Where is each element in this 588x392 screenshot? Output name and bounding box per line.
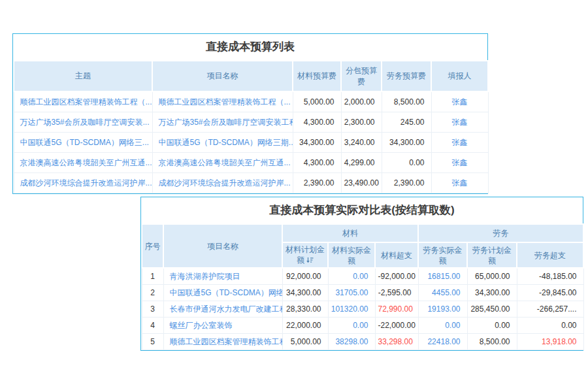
table-row: 成都沙河环境综合提升改造运河护岸... 成都沙河环境综合提升改造运河护岸... …: [14, 173, 488, 193]
budget-actual-compare-card: 直接成本预算实际对比表(按结算取数) 序号 项目名称 材料 劳务 材料计划金额 …: [140, 197, 583, 351]
project-link[interactable]: 长春市伊通河水力发电厂改建工程: [163, 301, 282, 318]
project-link[interactable]: 青海洪湖养护院项目: [163, 268, 282, 285]
group-labor-header: 劳务: [418, 224, 583, 242]
material-plan-value: 28,330.00: [282, 301, 328, 318]
material-budget-value: 34,300.00: [293, 133, 341, 153]
labor-actual-value[interactable]: 16815.00: [418, 268, 467, 285]
material-over-value: -22,000.00: [375, 318, 418, 334]
table-row: 2 中国联通5G（TD-SCDMA）网络三 34,300.00 31705.00…: [142, 285, 583, 301]
project-link[interactable]: 万达广场35#会所及咖啡厅空调安装工程: [152, 112, 293, 133]
material-over-value: 33,298.00: [375, 334, 418, 350]
material-over-value: 72,990.00: [375, 301, 418, 318]
project-link[interactable]: 顺德工业园区档案管理精装饰工程: [163, 334, 282, 350]
subject-link[interactable]: 中国联通5G（TD-SCDMA）网络三...: [14, 133, 152, 153]
col-project-header: 项目名称: [152, 61, 293, 91]
labor-over-value: -29,845.00: [517, 285, 583, 301]
labor-actual-value[interactable]: 22418.00: [418, 334, 467, 350]
budget-list-header-row: 主题 项目名称 材料预算费 分包预算费 劳务预算费 填报人: [14, 61, 488, 91]
table-row: 顺德工业园区档案管理精装饰工程（... 顺德工业园区档案管理精装饰工程（... …: [14, 91, 488, 112]
labor-plan-value: 0.00: [467, 318, 517, 334]
budget-list-card: 直接成本预算列表 主题 项目名称 材料预算费 分包预算费 劳务预算费 填报人 顺…: [12, 33, 488, 194]
reporter-link[interactable]: 张鑫: [431, 173, 488, 193]
project-link[interactable]: 螺丝厂办公室装饰: [163, 318, 282, 334]
col-seq-header: 序号: [142, 224, 163, 268]
project-link[interactable]: 京港澳高速公路粤境韶关至广州互通...: [152, 153, 293, 173]
reporter-link[interactable]: 张鑫: [431, 91, 488, 112]
subject-link[interactable]: 成都沙河环境综合提升改造运河护岸...: [14, 173, 152, 193]
material-over-value: -2,595.00: [375, 285, 418, 301]
labor-plan-value: 8,500.00: [467, 334, 517, 350]
col-material-plan-label: 材料计划金额: [286, 245, 325, 265]
project-link[interactable]: 中国联通5G（TD-SCDMA）网络三期...: [152, 133, 293, 153]
col-material-actual-header: 材料实际金额: [328, 242, 375, 268]
reporter-link[interactable]: 张鑫: [431, 153, 488, 173]
col-labor-actual-header: 劳务实际金额: [418, 242, 467, 268]
labor-budget-value: 2,390.00: [382, 173, 431, 193]
subject-link[interactable]: 顺德工业园区档案管理精装饰工程（...: [14, 91, 152, 112]
material-actual-value[interactable]: 0.00: [328, 318, 375, 334]
material-budget-value: 4,300.00: [293, 112, 341, 133]
labor-budget-value: 8,500.00: [382, 91, 431, 112]
subject-link[interactable]: 京港澳高速公路粤境韶关至广州互通...: [14, 153, 152, 173]
sort-icon[interactable]: [306, 255, 314, 266]
col-reporter-header: 填报人: [431, 61, 488, 91]
table-row: 中国联通5G（TD-SCDMA）网络三... 中国联通5G（TD-SCDMA）网…: [14, 133, 488, 153]
labor-plan-value: 65,000.00: [467, 268, 517, 285]
labor-budget-value: 245.00: [382, 112, 431, 133]
budget-list-table: 主题 项目名称 材料预算费 分包预算费 劳务预算费 填报人 顺德工业园区档案管理…: [13, 60, 489, 193]
labor-plan-value: 34,300.00: [467, 285, 517, 301]
col-material-over-header: 材料超支: [375, 242, 418, 268]
seq-value: 5: [142, 334, 163, 350]
group-header-row: 序号 项目名称 材料 劳务: [142, 224, 583, 242]
subject-link[interactable]: 万达广场35#会所及咖啡厅空调安装...: [14, 112, 152, 133]
seq-value: 2: [142, 285, 163, 301]
reporter-link[interactable]: 张鑫: [431, 112, 488, 133]
col-material-budget-header: 材料预算费: [293, 61, 341, 91]
material-actual-value[interactable]: 0.00: [328, 268, 375, 285]
group-material-header: 材料: [282, 224, 418, 242]
table-row: 京港澳高速公路粤境韶关至广州互通... 京港澳高速公路粤境韶关至广州互通... …: [14, 153, 488, 173]
material-actual-value[interactable]: 31705.00: [328, 285, 375, 301]
labor-actual-value[interactable]: 0.00: [418, 318, 467, 334]
subcontract-budget-value: 4,299.00: [341, 153, 382, 173]
budget-actual-compare-title: 直接成本预算实际对比表(按结算取数): [141, 197, 583, 223]
table-row: 4 螺丝厂办公室装饰 22,000.00 0.00 -22,000.00 0.0…: [142, 318, 583, 334]
material-actual-value[interactable]: 38298.00: [328, 334, 375, 350]
labor-over-value: 0.00: [517, 318, 583, 334]
subcontract-budget-value: 2,000.00: [341, 91, 382, 112]
labor-actual-value[interactable]: 4455.00: [418, 285, 467, 301]
labor-budget-value: 0.00: [382, 153, 431, 173]
col-project-header: 项目名称: [163, 224, 282, 268]
labor-over-value: -266,257....: [517, 301, 583, 318]
budget-actual-compare-table: 序号 项目名称 材料 劳务 材料计划金额 材料实际金额 材料超支 劳务实际金额 …: [141, 223, 584, 350]
labor-actual-value[interactable]: 19193.00: [418, 301, 467, 318]
col-labor-budget-header: 劳务预算费: [382, 61, 431, 91]
project-link[interactable]: 顺德工业园区档案管理精装饰工程（...: [152, 91, 293, 112]
material-actual-value[interactable]: 101320.00: [328, 301, 375, 318]
material-plan-value: 22,000.00: [282, 318, 328, 334]
reporter-link[interactable]: 张鑫: [431, 133, 488, 153]
material-plan-value: 92,000.00: [282, 268, 328, 285]
col-material-plan-header[interactable]: 材料计划金额: [282, 242, 328, 268]
project-link[interactable]: 成都沙河环境综合提升改造运河护岸...: [152, 173, 293, 193]
labor-budget-value: 34,300.00: [382, 133, 431, 153]
material-plan-value: 5,000.00: [282, 334, 328, 350]
subcontract-budget-value: 23,490.00: [341, 173, 382, 193]
seq-value: 1: [142, 268, 163, 285]
table-row: 1 青海洪湖养护院项目 92,000.00 0.00 -92,000.00 16…: [142, 268, 583, 285]
seq-value: 4: [142, 318, 163, 334]
page: { "colors": { "accent_border": "#36b4e3"…: [0, 0, 588, 392]
material-plan-value: 34,300.00: [282, 285, 328, 301]
labor-over-value: -48,185.00: [517, 268, 583, 285]
material-over-value: -92,000.00: [375, 268, 418, 285]
budget-list-title: 直接成本预算列表: [13, 34, 487, 60]
material-budget-value: 4,300.00: [293, 153, 341, 173]
material-budget-value: 5,000.00: [293, 91, 341, 112]
table-row: 5 顺德工业园区档案管理精装饰工程 5,000.00 38298.00 33,2…: [142, 334, 583, 350]
project-link[interactable]: 中国联通5G（TD-SCDMA）网络三: [163, 285, 282, 301]
labor-plan-value: 285,450.00: [467, 301, 517, 318]
seq-value: 3: [142, 301, 163, 318]
col-subject-header: 主题: [14, 61, 152, 91]
table-row: 3 长春市伊通河水力发电厂改建工程 28,330.00 101320.00 72…: [142, 301, 583, 318]
subcontract-budget-value: 3,240.00: [341, 133, 382, 153]
